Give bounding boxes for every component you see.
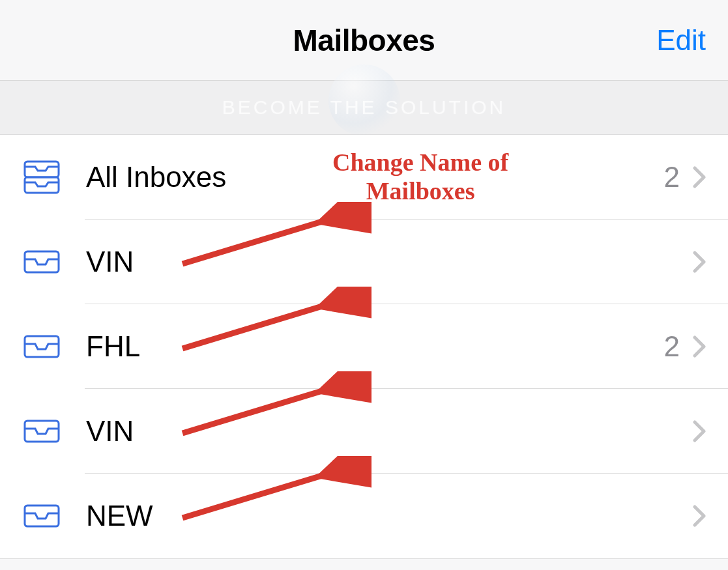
mailbox-row[interactable]: NEW xyxy=(0,474,728,558)
mailbox-label: NEW xyxy=(86,500,680,532)
mailbox-row[interactable]: VIN xyxy=(0,220,728,304)
mailbox-label: FHL xyxy=(86,330,664,363)
svg-rect-2 xyxy=(25,251,59,272)
svg-rect-1 xyxy=(25,177,59,193)
svg-rect-3 xyxy=(25,336,59,357)
inbox-icon xyxy=(22,328,61,365)
chevron-right-icon xyxy=(693,251,706,273)
mailbox-row[interactable]: FHL 2 xyxy=(0,304,728,389)
inbox-icon xyxy=(22,413,61,449)
chevron-right-icon xyxy=(693,420,706,442)
svg-rect-4 xyxy=(25,421,59,442)
watermark-text: BECOME THE SOLUTION xyxy=(222,96,506,119)
mailbox-label: VIN xyxy=(86,246,680,278)
mailbox-label: VIN xyxy=(86,415,680,448)
mailbox-label: All Inboxes xyxy=(86,161,664,193)
unread-count: 2 xyxy=(664,330,680,363)
svg-rect-5 xyxy=(25,506,59,526)
inbox-icon xyxy=(22,498,61,534)
chevron-right-icon xyxy=(693,505,706,527)
mail-mailboxes-screen: Mailboxes Edit BECOME THE SOLUTION All I… xyxy=(0,0,728,570)
page-title: Mailboxes xyxy=(293,23,435,58)
chevron-right-icon xyxy=(693,335,706,358)
chevron-right-icon xyxy=(693,166,706,188)
inbox-icon xyxy=(22,244,61,280)
mailbox-list: All Inboxes 2 VIN FHL 2 xyxy=(0,135,728,559)
edit-button[interactable]: Edit xyxy=(656,24,706,57)
unread-count: 2 xyxy=(664,161,680,193)
navigation-bar: Mailboxes Edit xyxy=(0,0,728,81)
watermark-band: BECOME THE SOLUTION xyxy=(0,81,728,135)
svg-rect-0 xyxy=(25,162,59,177)
mailbox-row-all-inboxes[interactable]: All Inboxes 2 xyxy=(0,135,728,220)
all-inboxes-icon xyxy=(22,159,61,195)
mailbox-row[interactable]: VIN xyxy=(0,389,728,474)
